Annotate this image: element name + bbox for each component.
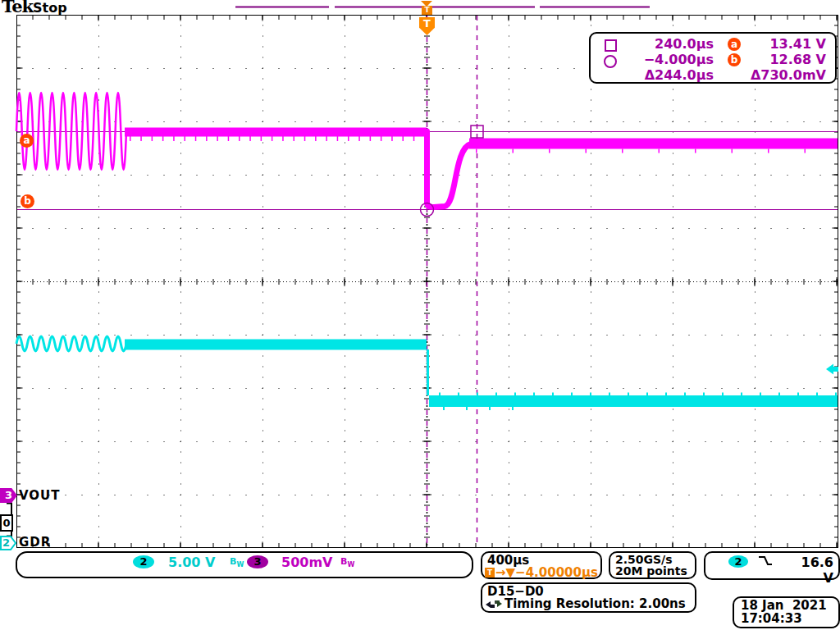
square-cursor-time: 240.0µs	[630, 36, 714, 52]
ch3-waveform-label: VOUT	[19, 488, 61, 503]
timing-resolution: Timing Resolution: 2.00ns	[504, 596, 686, 611]
acquisition-status: Stop	[33, 0, 67, 16]
circle-cursor-time: −4.000µs	[630, 52, 714, 67]
ch2-bandwidth-icon: BW	[230, 556, 244, 568]
cursor-a-badge: a	[20, 134, 34, 148]
delta-value: Δ730.0mV	[750, 67, 826, 83]
circle-cursor-icon	[604, 55, 617, 68]
timebase-panel[interactable]: 400µs T →▼ −4.00000µs	[481, 551, 602, 579]
readout-a-badge: a	[728, 38, 741, 51]
cursor-b-value: 12.68 V	[750, 52, 826, 67]
timebase-position: −4.00000µs	[515, 565, 598, 580]
ch2-scale[interactable]: 5.00 V	[168, 555, 215, 570]
vout-trace	[16, 93, 838, 208]
tek-logo: Tek	[2, 0, 33, 16]
ch2-badge[interactable]: 2	[133, 555, 154, 568]
ch3-bandwidth-icon: BW	[340, 556, 354, 568]
time-label: 17:04:33	[741, 611, 802, 626]
ch3-scale[interactable]: 500mV	[281, 555, 332, 570]
timebase-position-row: T →▼ −4.00000µs	[485, 565, 598, 580]
ch2-waveform-label: GDR	[19, 535, 51, 550]
readout-b-badge: b	[728, 53, 741, 66]
record-length: 20M points	[615, 564, 687, 578]
falling-edge-icon	[758, 555, 773, 567]
trigger-level-arrow[interactable]	[826, 364, 838, 375]
square-cursor-icon	[605, 39, 617, 52]
ch2-marker-badge[interactable]: 2	[2, 536, 10, 549]
trigger-source-badge: 2	[728, 555, 748, 568]
acquisition-panel[interactable]: 2.50GS/s 20M points	[609, 551, 696, 579]
oscilloscope-screen: Tek Stop T T a b 3 VOUT 0 2 GDR 240.0µs …	[0, 0, 840, 630]
cursor-b-badge: b	[21, 194, 34, 208]
datetime-panel: 18 Jan 2021 17:04:33	[733, 596, 840, 628]
delta-time: Δ244.0µs	[630, 67, 714, 83]
digital-channels-panel[interactable]: D15−D0 Timing Resolution: 2.00ns	[481, 582, 696, 613]
trigger-level: 16.6 V	[788, 555, 833, 586]
channel-scale-bar: 2 5.00 V BW 3 500mV BW	[16, 551, 473, 578]
timebase-arrows-icon: →▼	[495, 565, 515, 580]
record-trigger-t-icon: T	[422, 6, 432, 15]
trigger-t-icon: T	[485, 568, 495, 578]
d0-marker-badge[interactable]: 0	[0, 514, 13, 532]
cursor-a-value: 13.41 V	[750, 36, 826, 52]
waveform-display	[0, 0, 840, 630]
timing-resolution-icon	[486, 599, 502, 609]
trigger-panel[interactable]: 2 16.6 V	[704, 551, 840, 580]
cursor-readout-panel: 240.0µs −4.000µs Δ244.0µs a b 13.41 V 12…	[589, 32, 837, 84]
ch3-badge[interactable]: 3	[247, 555, 268, 568]
